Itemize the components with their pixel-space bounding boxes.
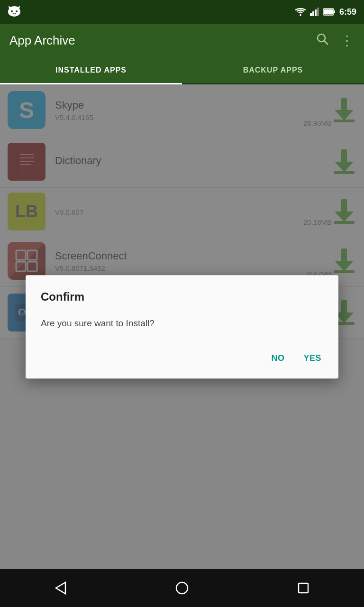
app-list: S Skype V5.4.0.4165 26.93MB (0, 84, 364, 569)
svg-rect-3 (312, 11, 314, 16)
home-button[interactable] (168, 574, 196, 602)
wifi-icon (295, 8, 306, 16)
svg-rect-8 (324, 9, 333, 15)
nav-bar (0, 569, 364, 607)
cat-icon (8, 5, 21, 18)
dialog-yes-button[interactable]: YES (301, 349, 323, 367)
confirm-dialog: Confirm Are you sure want to Install? NO… (26, 275, 338, 378)
app-title: App Archive (9, 33, 75, 48)
tabs: INSTALLED APPS BACKUP APPS (0, 57, 364, 84)
svg-rect-7 (334, 10, 335, 13)
svg-point-9 (318, 34, 325, 42)
dialog-no-button[interactable]: NO (269, 349, 286, 367)
svg-rect-4 (315, 9, 317, 16)
top-bar-actions: ⋮ (316, 32, 355, 49)
battery-icon (323, 8, 336, 16)
svg-point-41 (176, 582, 188, 594)
back-button[interactable] (46, 574, 75, 602)
tab-backup-apps[interactable]: BACKUP APPS (182, 57, 364, 83)
status-bar-left (8, 5, 21, 18)
svg-point-1 (16, 10, 18, 12)
dialog-title: Confirm (41, 290, 323, 304)
svg-point-0 (11, 10, 13, 12)
signal-icon (310, 8, 319, 16)
recents-button[interactable] (289, 574, 318, 602)
tab-installed-apps[interactable]: INSTALLED APPS (0, 57, 182, 83)
search-icon[interactable] (316, 32, 329, 49)
dialog-message: Are you sure want to Install? (41, 317, 323, 331)
more-options-icon[interactable]: ⋮ (340, 33, 355, 48)
status-bar-right: 6:59 (295, 7, 356, 17)
svg-marker-40 (56, 582, 65, 594)
svg-rect-5 (317, 8, 319, 16)
svg-rect-2 (310, 13, 312, 16)
status-bar: 6:59 (0, 0, 364, 24)
top-bar: App Archive ⋮ (0, 24, 364, 57)
status-time: 6:59 (339, 7, 356, 17)
dialog-actions: NO YES (41, 349, 323, 367)
svg-rect-42 (299, 583, 308, 593)
svg-line-10 (324, 41, 328, 45)
